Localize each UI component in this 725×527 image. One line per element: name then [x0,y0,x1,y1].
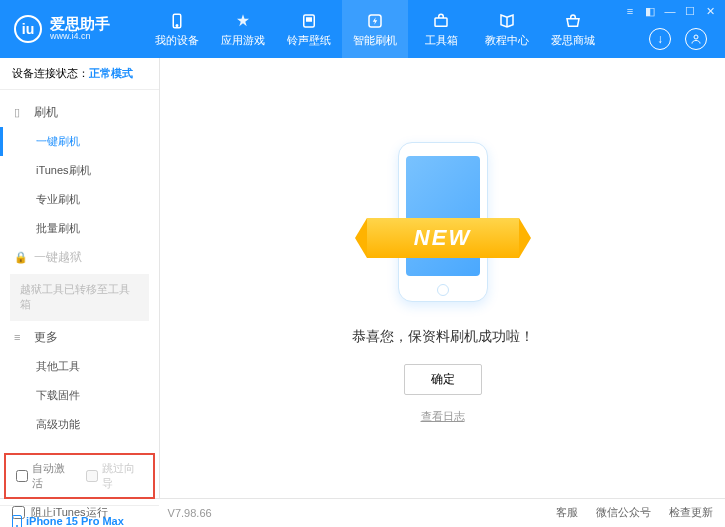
menu-icon[interactable]: ≡ [623,4,637,18]
nav-tutorials[interactable]: 教程中心 [474,0,540,58]
block-itunes-checkbox[interactable]: 阻止iTunes运行 [12,505,108,520]
checkbox-label: 自动激活 [32,461,74,491]
nav-label: 应用游戏 [221,33,265,48]
user-icon[interactable] [685,28,707,50]
nav-label: 教程中心 [485,33,529,48]
sidebar-item-batch[interactable]: 批量刷机 [0,214,159,243]
sidebar-head-label: 刷机 [34,104,58,121]
nav-ringtones[interactable]: 铃声壁纸 [276,0,342,58]
skip-guide-checkbox[interactable]: 跳过向导 [86,461,144,491]
svg-point-6 [694,35,698,39]
device-phone-icon [12,515,22,527]
phone-icon [167,11,187,31]
nav-flash[interactable]: 智能刷机 [342,0,408,58]
phone-outline-icon: ▯ [14,106,28,119]
nav-label: 爱思商城 [551,33,595,48]
checkbox-label: 跳过向导 [102,461,144,491]
svg-point-1 [176,24,178,26]
svg-rect-5 [435,18,447,26]
download-icon[interactable]: ↓ [649,28,671,50]
nav-my-device[interactable]: 我的设备 [144,0,210,58]
nav-apps[interactable]: 应用游戏 [210,0,276,58]
nav-label: 铃声壁纸 [287,33,331,48]
help-icon [497,11,517,31]
nav-shop[interactable]: 爱思商城 [540,0,606,58]
sidebar-head-label: 更多 [34,329,58,346]
lock-icon: 🔒 [14,251,28,264]
sidebar-item-download[interactable]: 下载固件 [0,381,159,410]
auto-activate-checkbox[interactable]: 自动激活 [16,461,74,491]
close-icon[interactable]: ✕ [703,4,717,18]
sidebar-item-pro[interactable]: 专业刷机 [0,185,159,214]
flash-icon [365,11,385,31]
ok-button[interactable]: 确定 [404,364,482,395]
logo: iu 爱思助手 www.i4.cn [0,15,124,43]
success-illustration: NEW [373,132,513,312]
shop-icon [563,11,583,31]
maximize-icon[interactable]: ☐ [683,4,697,18]
new-banner: NEW [367,218,519,258]
header-actions: ↓ [649,28,707,50]
minimize-icon[interactable]: — [663,4,677,18]
list-icon: ≡ [14,331,28,343]
success-message: 恭喜您，保资料刷机成功啦！ [352,328,534,346]
svg-rect-3 [306,17,312,22]
nav-toolbox[interactable]: 工具箱 [408,0,474,58]
nav-label: 智能刷机 [353,33,397,48]
window-controls: ≡ ◧ — ☐ ✕ [623,4,717,18]
sidebar-head-jailbreak: 🔒一键越狱 [0,243,159,272]
main-content: NEW 恭喜您，保资料刷机成功啦！ 确定 查看日志 [160,58,725,498]
footer-link-wechat[interactable]: 微信公众号 [596,505,651,520]
skin-icon[interactable]: ◧ [643,4,657,18]
connection-status: 设备连接状态：正常模式 [0,58,159,90]
sidebar-head-flash[interactable]: ▯刷机 [0,98,159,127]
sidebar-item-oneclick[interactable]: 一键刷机 [0,127,159,156]
nav-label: 工具箱 [425,33,458,48]
brand-title: 爱思助手 [50,16,110,33]
sidebar-head-label: 一键越狱 [34,249,82,266]
nav-label: 我的设备 [155,33,199,48]
footer-link-update[interactable]: 检查更新 [669,505,713,520]
app-header: iu 爱思助手 www.i4.cn 我的设备 应用游戏 铃声壁纸 智能刷机 工具… [0,0,725,58]
app-icon [233,11,253,31]
brand-subtitle: www.i4.cn [50,32,110,42]
checkbox-label: 阻止iTunes运行 [31,505,108,520]
sidebar: 设备连接状态：正常模式 ▯刷机 一键刷机 iTunes刷机 专业刷机 批量刷机 … [0,58,160,498]
jailbreak-note: 越狱工具已转移至工具箱 [10,274,149,321]
logo-icon: iu [14,15,42,43]
sidebar-item-itunes[interactable]: iTunes刷机 [0,156,159,185]
tool-icon [431,11,451,31]
footer-link-support[interactable]: 客服 [556,505,578,520]
top-nav: 我的设备 应用游戏 铃声壁纸 智能刷机 工具箱 教程中心 爱思商城 [144,0,606,58]
status-label: 设备连接状态： [12,67,89,79]
ring-icon [299,11,319,31]
options-box: 自动激活 跳过向导 [4,453,155,499]
sidebar-head-more[interactable]: ≡更多 [0,323,159,352]
view-log-link[interactable]: 查看日志 [421,409,465,424]
version-label: V7.98.66 [168,507,212,519]
sidebar-item-advanced[interactable]: 高级功能 [0,410,159,439]
status-mode: 正常模式 [89,67,133,79]
sidebar-item-other[interactable]: 其他工具 [0,352,159,381]
